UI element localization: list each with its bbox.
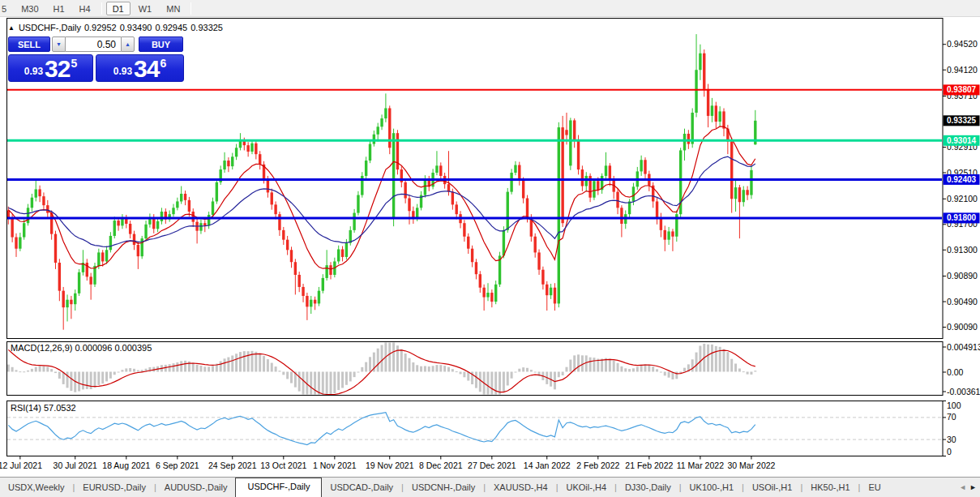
volume-decrease-button[interactable]: ▼ — [52, 36, 66, 52]
candle-body — [109, 236, 112, 250]
chart-tab-usdcad-daily[interactable]: USDCAD-,Daily — [322, 479, 401, 496]
candle-body — [19, 238, 21, 249]
candle-body — [216, 182, 218, 202]
macd-histogram-bar — [503, 372, 505, 392]
chart-tab-hk50-h1[interactable]: HK50-,H1 — [802, 479, 858, 496]
one-click-trade-panel: SELL ▼ 0.50 ▲ BUY 0.93 32 5 0.93 34 6 — [8, 36, 184, 82]
candle-body — [699, 54, 701, 70]
price-chart-svg[interactable]: 0.945200.941200.937100.929100.925100.921… — [0, 18, 980, 477]
timeframe-button-h1[interactable]: H1 — [47, 2, 71, 15]
macd-histogram-bar — [199, 366, 202, 371]
chart-tab-audusd-daily[interactable]: AUDUSD-,Daily — [156, 479, 236, 496]
macd-histogram-bar — [113, 372, 116, 375]
tab-scroll-right-icon[interactable]: ► — [969, 483, 977, 491]
chart-tab-uk100-h1[interactable]: UK100-,H1 — [682, 479, 742, 496]
candle-body — [144, 225, 147, 238]
price-axis-label: 0.90490 — [947, 297, 978, 306]
candle-body — [711, 105, 713, 116]
timeframe-button-5[interactable]: 5 — [0, 2, 13, 15]
candle-body — [74, 293, 76, 304]
macd-histogram-bar — [668, 372, 670, 378]
volume-increase-button[interactable]: ▲ — [121, 36, 135, 52]
macd-histogram-bar — [467, 372, 469, 381]
macd-histogram-bar — [400, 349, 403, 372]
buy-button[interactable]: BUY — [139, 36, 183, 52]
candle-body — [597, 181, 599, 190]
candle-body — [282, 230, 285, 240]
macd-histogram-bar — [526, 368, 529, 372]
chart-tab-xauusd-h4[interactable]: XAUUSD-,H4 — [486, 479, 556, 496]
macd-histogram-bar — [259, 353, 261, 372]
macd-histogram-bar — [50, 369, 53, 371]
macd-histogram-bar — [738, 369, 741, 372]
candle-body — [656, 201, 658, 217]
candle-body — [435, 165, 438, 173]
chart-tab-usdx-weekly[interactable]: USDX,Weekly — [0, 479, 72, 496]
chart-symbol-label: USDCHF-,Daily — [19, 23, 81, 32]
candle-body — [184, 194, 186, 200]
macd-histogram-bar — [420, 366, 422, 372]
timeframe-button-m30[interactable]: M30 — [15, 2, 45, 15]
macd-histogram-bar — [82, 372, 84, 390]
volume-input[interactable]: 0.50 — [66, 36, 121, 52]
candle-body — [250, 144, 253, 152]
macd-axis-label: -0.003614 — [947, 387, 980, 396]
chart-window[interactable]: 0.945200.941200.937100.929100.925100.921… — [0, 18, 980, 477]
candle-body — [715, 105, 717, 122]
timeframe-button-mn[interactable]: MN — [160, 2, 186, 15]
timeframe-button-w1[interactable]: W1 — [132, 2, 159, 15]
candle-body — [286, 240, 289, 251]
macd-histogram-bar — [369, 357, 371, 371]
candle-body — [31, 198, 33, 208]
macd-histogram-bar — [742, 371, 745, 372]
macd-histogram-bar — [593, 358, 595, 371]
chart-tab-ukoil-h4[interactable]: UKOil-,H4 — [558, 479, 615, 496]
macd-histogram-bar — [381, 345, 383, 371]
chart-tab-dj30-daily[interactable]: DJ30-,Daily — [617, 479, 679, 496]
macd-histogram-bar — [318, 372, 320, 395]
price-badge-label: 0.93014 — [947, 136, 977, 145]
macd-histogram-bar — [349, 372, 352, 382]
chart-tab-usdcnh-daily[interactable]: USDCNH-,Daily — [404, 479, 483, 496]
candle-body — [593, 181, 595, 197]
candle-body — [546, 285, 548, 295]
chart-tab-usdchf-daily[interactable]: USDCHF-,Daily — [235, 478, 322, 497]
sell-button[interactable]: SELL — [8, 36, 50, 52]
candle-body — [471, 249, 473, 263]
one-click-panel-toggle-icon[interactable]: ▲ — [8, 24, 15, 32]
candle-body — [255, 144, 257, 154]
sell-price-display[interactable]: 0.93 32 5 — [8, 54, 93, 82]
macd-histogram-bar — [377, 349, 379, 372]
macd-histogram-bar — [357, 372, 359, 373]
timeframe-button-h4[interactable]: H4 — [73, 2, 97, 15]
candle-body — [35, 189, 37, 197]
macd-histogram-bar — [396, 345, 399, 371]
timeframe-button-d1[interactable]: D1 — [106, 2, 131, 15]
candle-body — [707, 89, 709, 116]
macd-histogram-bar — [267, 359, 269, 371]
candle-body — [510, 173, 512, 192]
candle-body — [325, 265, 327, 278]
date-axis-label: 8 Dec 2021 — [419, 461, 463, 470]
macd-histogram-bar — [125, 368, 127, 371]
chart-tab-eurusd-daily[interactable]: EURUSD-,Daily — [75, 479, 154, 496]
candle-body — [479, 274, 481, 288]
macd-histogram-bar — [636, 366, 639, 371]
candle-body — [11, 218, 13, 238]
macd-histogram-bar — [460, 372, 462, 375]
macd-histogram-bar — [589, 358, 592, 372]
date-axis-label: 14 Jan 2022 — [524, 461, 571, 470]
candle-body — [239, 141, 242, 148]
chart-tab-eu[interactable]: EU — [860, 479, 888, 496]
price-axis-label: 0.92100 — [947, 194, 978, 204]
buy-price-display[interactable]: 0.93 34 6 — [96, 54, 184, 82]
price-badge-label: 0.92403 — [947, 175, 977, 184]
candle-body — [101, 252, 104, 261]
macd-histogram-bar — [424, 366, 426, 371]
date-axis-label: 12 Jul 2021 — [0, 461, 42, 470]
tab-scroll-left-icon[interactable]: ◄ — [959, 483, 966, 491]
chart-tab-usoil-h1[interactable]: USOil-,H1 — [744, 479, 801, 496]
macd-histogram-bar — [15, 370, 18, 371]
macd-histogram-bar — [290, 372, 293, 383]
candle-body — [78, 272, 80, 293]
